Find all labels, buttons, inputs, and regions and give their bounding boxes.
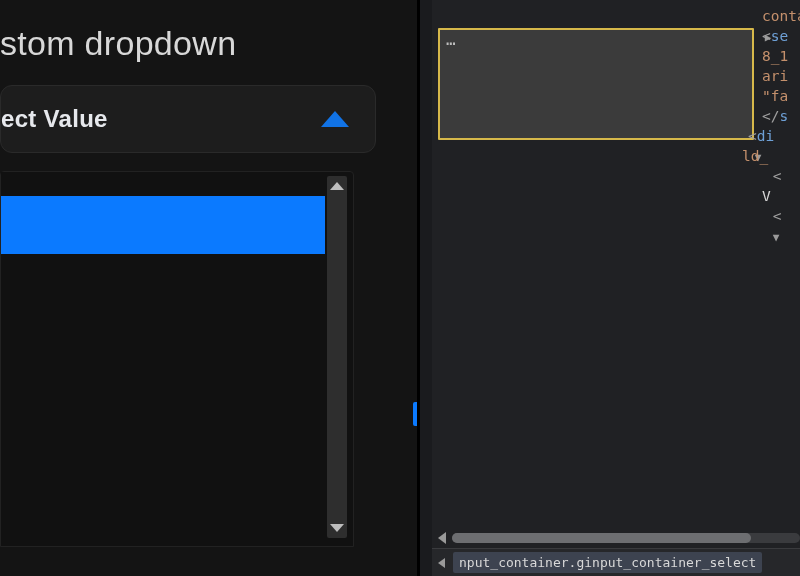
code-token: < (764, 168, 781, 184)
chevron-left-icon[interactable] (438, 558, 445, 568)
ellipsis-icon[interactable]: … (446, 30, 457, 50)
code-token: se (771, 28, 788, 44)
code-token: s (779, 108, 788, 124)
code-token: < (748, 128, 757, 144)
devtools-gutter (420, 0, 432, 576)
dom-code-column: conta <se 8_1 ari "fa </s <di ld_ < V < (762, 0, 800, 226)
dom-tree[interactable]: … conta <se 8_1 ari "fa </s <di ld_ < V … (432, 0, 800, 526)
scroll-up-icon[interactable] (330, 182, 344, 190)
scroll-left-icon[interactable] (438, 532, 446, 544)
preview-title: stom dropdown (0, 24, 417, 63)
code-token: 8_1 (762, 48, 788, 64)
dropdown-toggle[interactable]: ect Value (0, 85, 376, 153)
code-token: < (762, 28, 771, 44)
dropdown-options-panel (0, 171, 354, 547)
dropdown-options-list[interactable] (1, 172, 325, 546)
devtools-pane: … conta <se 8_1 ari "fa </s <di ld_ < V … (420, 0, 800, 576)
code-token: </ (762, 108, 779, 124)
dropdown-label: ect Value (1, 105, 108, 133)
code-token: V (762, 188, 771, 204)
chevron-up-icon (321, 111, 349, 127)
scrollbar-vertical[interactable] (327, 176, 347, 538)
scrollbar-horizontal[interactable] (432, 530, 800, 546)
breadcrumb-selected[interactable]: nput_container.ginput_container_select (453, 552, 762, 573)
scroll-down-icon[interactable] (330, 524, 344, 532)
code-token: < (764, 208, 781, 224)
pane-resize-handle[interactable] (413, 402, 417, 426)
code-token: ld_ (742, 148, 768, 164)
expander-expanded-icon[interactable] (770, 228, 782, 248)
scrollbar-horizontal-thumb[interactable] (452, 533, 751, 543)
code-token: conta (762, 8, 800, 24)
preview-pane: stom dropdown ect Value (0, 0, 420, 576)
dom-selected-node[interactable] (438, 28, 754, 140)
code-token: di (757, 128, 774, 144)
code-token: ari (762, 68, 788, 84)
scrollbar-horizontal-track[interactable] (452, 533, 800, 543)
dom-breadcrumb[interactable]: nput_container.ginput_container_select (432, 548, 800, 576)
dropdown-option-selected[interactable] (1, 196, 325, 254)
code-token: "fa (762, 88, 788, 104)
